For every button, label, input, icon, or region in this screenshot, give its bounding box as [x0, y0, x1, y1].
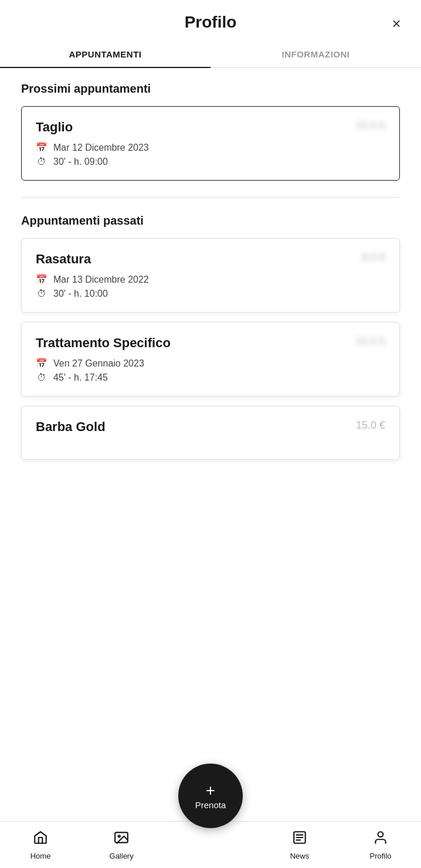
nav-item-home[interactable]: Home — [0, 830, 81, 860]
fab-plus-icon: + — [206, 782, 215, 799]
clock-icon-trattamento: ⏱ — [36, 372, 47, 383]
close-button[interactable]: × — [383, 11, 409, 36]
appointment-price-rasatura: 8.0 € — [362, 252, 385, 264]
nav-label-gallery: Gallery — [110, 852, 134, 860]
card-meta-trattamento: 📅 Ven 27 Gennaio 2023 ⏱ 45' - h. 17:45 — [36, 358, 385, 383]
date-text-trattamento: Ven 27 Gennaio 2023 — [53, 358, 144, 369]
appointment-card-taglio[interactable]: Taglio 15.0 € 📅 Mar 12 Dicembre 2023 ⏱ 3… — [21, 106, 400, 181]
prenota-fab[interactable]: + Prenota — [178, 764, 243, 828]
card-header-taglio: Taglio 15.0 € — [36, 120, 385, 135]
date-row-trattamento: 📅 Ven 27 Gennaio 2023 — [36, 358, 385, 369]
upcoming-section-title: Prossimi appuntamenti — [21, 82, 400, 96]
news-icon — [292, 830, 307, 849]
date-text-taglio: Mar 12 Dicembre 2023 — [53, 143, 149, 153]
bottom-nav: Home Gallery News — [0, 821, 421, 868]
time-text-taglio: 30' - h. 09:00 — [53, 157, 108, 167]
nav-item-news[interactable]: News — [259, 830, 340, 860]
appointment-name-trattamento: Trattamento Specifico — [36, 335, 171, 351]
appointment-name-barba-gold: Barba Gold — [36, 419, 106, 435]
date-row-taglio: 📅 Mar 12 Dicembre 2023 — [36, 142, 385, 153]
svg-point-1 — [118, 835, 120, 837]
calendar-icon-rasatura: 📅 — [36, 274, 47, 285]
svg-point-6 — [378, 832, 383, 837]
time-row-trattamento: ⏱ 45' - h. 17:45 — [36, 372, 385, 383]
appointment-card-rasatura[interactable]: Rasatura 8.0 € 📅 Mar 13 Dicembre 2022 ⏱ … — [21, 238, 400, 313]
gallery-icon — [114, 830, 129, 849]
page-title: Profilo — [185, 13, 237, 32]
appointment-price-trattamento: 20.0 € — [356, 335, 385, 348]
appointment-price-taglio: 15.0 € — [356, 120, 385, 132]
profilo-icon — [373, 830, 388, 849]
card-header-rasatura: Rasatura 8.0 € — [36, 252, 385, 267]
tabs-container: APPUNTAMENTI INFORMAZIONI — [0, 41, 421, 68]
clock-icon-rasatura: ⏱ — [36, 289, 47, 299]
appointment-name-rasatura: Rasatura — [36, 252, 91, 267]
past-section-title: Appuntamenti passati — [21, 214, 400, 228]
time-text-trattamento: 45' - h. 17:45 — [53, 372, 108, 383]
content-area: Prossimi appuntamenti Taglio 15.0 € 📅 Ma… — [0, 68, 421, 563]
tab-informazioni[interactable]: INFORMAZIONI — [210, 41, 421, 67]
fab-label: Prenota — [195, 800, 226, 810]
card-header-trattamento: Trattamento Specifico 20.0 € — [36, 335, 385, 351]
time-row-taglio: ⏱ 30' - h. 09:00 — [36, 157, 385, 167]
card-meta-rasatura: 📅 Mar 13 Dicembre 2022 ⏱ 30' - h. 10:00 — [36, 274, 385, 299]
card-meta-taglio: 📅 Mar 12 Dicembre 2023 ⏱ 30' - h. 09:00 — [36, 142, 385, 167]
calendar-icon-trattamento: 📅 — [36, 358, 47, 369]
home-icon — [33, 830, 48, 849]
appointment-name-taglio: Taglio — [36, 120, 73, 135]
time-text-rasatura: 30' - h. 10:00 — [53, 289, 108, 299]
clock-icon-taglio: ⏱ — [36, 157, 47, 167]
time-row-rasatura: ⏱ 30' - h. 10:00 — [36, 289, 385, 299]
nav-item-profilo[interactable]: Profilo — [340, 830, 421, 860]
nav-label-news: News — [290, 852, 310, 860]
fab-container: + Prenota — [178, 764, 243, 828]
calendar-icon-taglio: 📅 — [36, 142, 47, 153]
nav-label-profilo: Profilo — [370, 852, 392, 860]
nav-label-home: Home — [30, 852, 51, 860]
date-text-rasatura: Mar 13 Dicembre 2022 — [53, 274, 149, 285]
appointment-card-trattamento[interactable]: Trattamento Specifico 20.0 € 📅 Ven 27 Ge… — [21, 322, 400, 396]
appointment-price-barba-gold: 15.0 € — [356, 419, 385, 432]
tab-appuntamenti[interactable]: APPUNTAMENTI — [0, 41, 210, 67]
date-row-rasatura: 📅 Mar 13 Dicembre 2022 — [36, 274, 385, 285]
section-divider — [21, 197, 400, 198]
card-header-barba-gold: Barba Gold 15.0 € — [36, 419, 385, 435]
nav-item-gallery[interactable]: Gallery — [81, 830, 162, 860]
appointment-card-barba-gold[interactable]: Barba Gold 15.0 € — [21, 406, 400, 460]
header: Profilo × — [0, 0, 421, 41]
